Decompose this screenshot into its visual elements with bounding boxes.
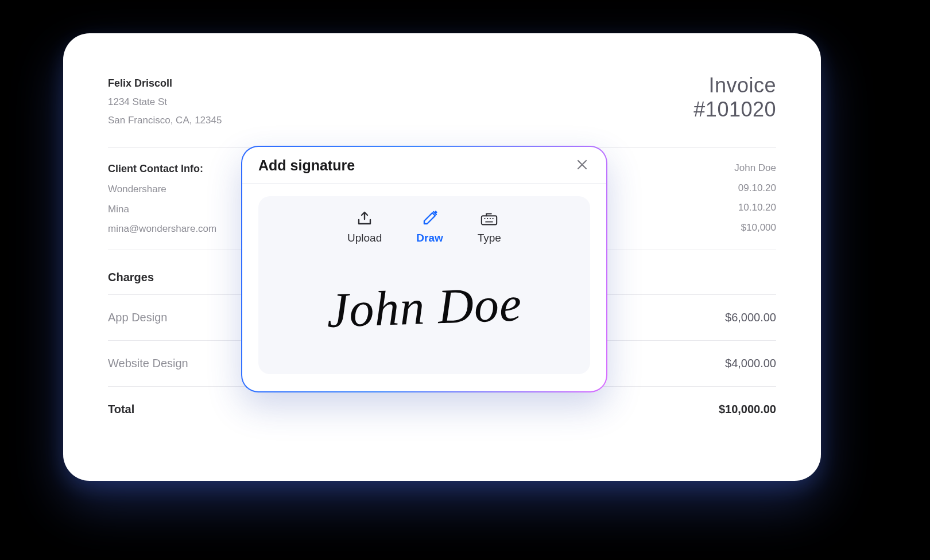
meta-date-issued: 09.10.20 xyxy=(734,178,776,199)
modal-header: Add signature xyxy=(242,147,606,184)
client-contact-name: Mina xyxy=(108,200,216,220)
keyboard-icon xyxy=(480,210,498,227)
meta-date-due: 10.10.20 xyxy=(734,198,776,218)
tab-upload-label: Upload xyxy=(347,232,382,244)
modal-title: Add signature xyxy=(258,157,355,174)
client-block: Client Contact Info: Wondershare Mina mi… xyxy=(108,158,216,239)
invoice-number: #101020 xyxy=(693,98,776,122)
client-email: mina@wondershare.com xyxy=(108,219,216,239)
sender-name: Felix Driscoll xyxy=(108,73,222,93)
signature-canvas[interactable]: John Doe xyxy=(270,245,579,369)
tab-type-label: Type xyxy=(478,232,501,244)
invoice-title-block: Invoice #101020 xyxy=(693,73,776,122)
tab-draw-label: Draw xyxy=(416,232,443,244)
draw-icon xyxy=(421,210,439,227)
signature-modal: Add signature Upl xyxy=(241,146,607,392)
total-label: Total xyxy=(108,403,134,416)
charge-label: App Design xyxy=(108,311,167,324)
signature-modal-inner: Add signature Upl xyxy=(242,147,606,391)
signature-panel: Upload Draw xyxy=(258,196,590,374)
tab-upload[interactable]: Upload xyxy=(347,210,382,244)
charge-value: $6,000.00 xyxy=(725,311,776,324)
meta-amount: $10,000 xyxy=(734,218,776,238)
svg-rect-0 xyxy=(482,216,497,224)
close-button[interactable] xyxy=(574,158,590,174)
charge-value: $4,000.00 xyxy=(725,357,776,370)
client-contact-title: Client Contact Info: xyxy=(108,158,216,180)
sender-address-1: 1234 State St xyxy=(108,93,222,111)
tab-draw[interactable]: Draw xyxy=(416,210,443,244)
total-value: $10,000.00 xyxy=(719,403,776,416)
upload-icon xyxy=(355,210,374,227)
total-row: Total $10,000.00 xyxy=(108,386,776,432)
charge-label: Website Design xyxy=(108,357,188,370)
signature-tabs: Upload Draw xyxy=(347,210,501,244)
close-icon xyxy=(576,159,588,172)
invoice-meta-block: John Doe 09.10.20 10.10.20 $10,000 xyxy=(734,158,776,238)
sender-block: Felix Driscoll 1234 State St San Francis… xyxy=(108,73,222,130)
sender-address-2: San Francisco, CA, 12345 xyxy=(108,111,222,130)
meta-name: John Doe xyxy=(734,158,776,178)
invoice-header: Felix Driscoll 1234 State St San Francis… xyxy=(108,73,776,130)
client-company: Wondershare xyxy=(108,180,216,200)
modal-body: Upload Draw xyxy=(242,184,606,391)
invoice-label: Invoice xyxy=(693,73,776,98)
tab-type[interactable]: Type xyxy=(478,210,501,244)
